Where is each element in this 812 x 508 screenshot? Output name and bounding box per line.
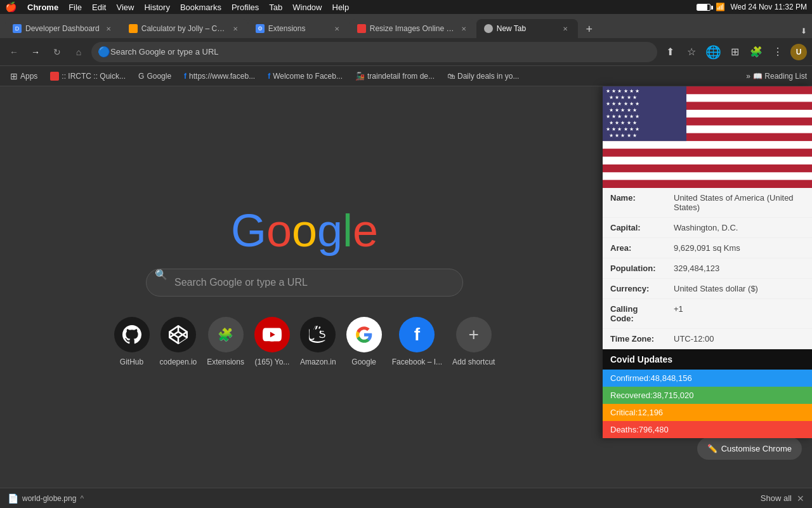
menu-item-view[interactable]: View <box>116 3 134 12</box>
country-name-row: Name: United States of America (United S… <box>603 188 812 218</box>
codepen-label: codepen.io <box>160 358 197 366</box>
bookmark-facebook1-label: https://www.faceb... <box>189 72 255 81</box>
timezone-value: UTC-12:00 <box>666 329 812 349</box>
extensions-puzzle-icon[interactable]: 🧩 <box>747 43 765 61</box>
shortcut-amazon[interactable]: Amazon.in <box>300 317 336 366</box>
tab-calculator[interactable]: Calculator by Jolly – Chrome W... ✕ <box>121 19 248 38</box>
download-chevron[interactable]: ^ <box>80 494 84 503</box>
bookmark-deals-label: Daily deals in yo... <box>457 72 519 81</box>
download-item: 📄 world-globe.png ^ <box>8 493 84 504</box>
menu-item-history[interactable]: History <box>144 3 169 12</box>
youtube-icon <box>254 317 290 352</box>
amazon-icon <box>300 317 336 352</box>
apps-icon: ⊞ <box>10 71 18 81</box>
reading-list-btn[interactable]: 📖 Reading List <box>753 72 807 81</box>
facebook2-favicon: f <box>268 72 270 81</box>
bookmark-facebook1[interactable]: f https://www.faceb... <box>179 70 260 82</box>
menu-item-help[interactable]: Help <box>332 3 350 12</box>
home-button[interactable]: ⌂ <box>70 43 88 61</box>
bookmark-star-button[interactable]: ☆ <box>683 43 700 61</box>
country-flag: ★ ★ ★ ★ ★ ★ ★ ★ ★ ★ ★ ★ ★ ★ ★ ★ ★ ★ ★ ★ … <box>603 86 812 188</box>
menu-item-tab[interactable]: Tab <box>269 3 282 12</box>
facebook1-favicon: f <box>184 72 187 81</box>
tab-close-dev[interactable]: ✕ <box>103 23 114 34</box>
tab-extensions[interactable]: ⚙ Extensions ✕ <box>248 19 350 38</box>
bookmark-facebook2[interactable]: f Welcome to Faceb... <box>263 70 348 82</box>
show-all-button[interactable]: Show all <box>761 493 792 503</box>
tab-favicon-newtab <box>484 24 493 33</box>
menu-item-profiles[interactable]: Profiles <box>232 3 259 12</box>
calling-code-row: CallingCode: +1 <box>603 299 812 329</box>
share-button[interactable]: ⬆ <box>661 43 679 61</box>
covid-critical-bar: Critical:12,196 <box>603 404 812 421</box>
bookmark-irctc[interactable]: :: IRCTC :: Quick... <box>45 70 131 82</box>
customise-chrome-button[interactable]: ✏️ Customise Chrome <box>697 438 802 460</box>
shortcut-codepen[interactable]: codepen.io <box>160 317 197 366</box>
address-value: Search Google or type a URL <box>110 47 219 57</box>
bookmark-facebook2-label: Welcome to Faceb... <box>273 72 343 81</box>
wifi-icon: 📶 <box>716 3 725 11</box>
covid-deaths-bar: Deaths:796,480 <box>603 421 812 438</box>
forward-button[interactable]: → <box>27 43 44 61</box>
more-options-button[interactable]: ⋮ <box>769 43 787 61</box>
shortcut-add[interactable]: + Add shortcut <box>452 317 495 366</box>
bookmark-google[interactable]: G Google <box>133 70 176 82</box>
download-filename: world-globe.png <box>22 494 76 503</box>
calling-code-label: CallingCode: <box>603 299 666 329</box>
add-shortcut-icon: + <box>456 317 492 352</box>
tab-new-tab[interactable]: New Tab ✕ <box>476 19 578 38</box>
menu-item-file[interactable]: File <box>69 3 82 12</box>
menu-item-edit[interactable]: Edit <box>92 3 106 12</box>
logo-e: e <box>353 205 378 256</box>
menu-item-bookmarks[interactable]: Bookmarks <box>180 3 221 12</box>
account-circle[interactable]: 🌐 <box>704 43 722 61</box>
refresh-button[interactable]: ↻ <box>48 43 66 61</box>
tab-title-dev: Developer Dashboard <box>25 24 100 33</box>
tab-close-newtab[interactable]: ✕ <box>560 23 570 34</box>
bookmarks-overflow-btn[interactable]: » <box>746 72 750 81</box>
google-shortcut-icon <box>346 317 382 352</box>
capital-row: Capital: Washington, D.C. <box>603 218 812 238</box>
tab-resize[interactable]: Resize Images Online – Reduc... ✕ <box>350 19 476 38</box>
new-tab-button[interactable]: + <box>580 20 598 38</box>
search-bar[interactable]: Search Google or type a URL <box>146 269 463 297</box>
apple-icon[interactable]: 🍎 <box>5 1 17 13</box>
tab-list-icon[interactable]: ⬇ <box>801 27 807 36</box>
svg-rect-11 <box>603 172 812 180</box>
shortcut-youtube[interactable]: (165) Yo... <box>254 317 290 366</box>
tab-close-ext[interactable]: ✕ <box>332 23 342 34</box>
tab-developer-dashboard[interactable]: D Developer Dashboard ✕ <box>5 19 121 38</box>
facebook-shortcut-label: Facebook – I... <box>392 358 442 366</box>
bookmark-traindetail[interactable]: 🚂 traindetail from de... <box>350 70 440 82</box>
tab-favicon-ext: ⚙ <box>256 24 265 33</box>
name-label: Name: <box>603 188 666 218</box>
profile-avatar[interactable]: U <box>790 44 807 60</box>
address-input[interactable]: Search Google or type a URL <box>91 42 657 62</box>
github-icon <box>114 317 150 352</box>
browser-actions-button[interactable]: ⊞ <box>726 43 743 61</box>
battery-icon <box>697 4 710 11</box>
close-downloads-button[interactable]: ✕ <box>797 493 804 504</box>
google-search-area: Google 🔍 Search Google or type a URL Git… <box>114 208 495 366</box>
shortcuts-grid: GitHub codepen.io 🧩 Extensions <box>114 317 495 366</box>
area-label: Area: <box>603 238 666 258</box>
back-button[interactable]: ← <box>5 43 23 61</box>
bookmark-deals[interactable]: 🛍 Daily deals in yo... <box>442 70 524 82</box>
shortcut-google[interactable]: Google <box>346 317 382 366</box>
bookmark-apps-label: Apps <box>20 72 37 81</box>
shortcut-extensions[interactable]: 🧩 Extensions <box>207 317 244 366</box>
menu-item-window[interactable]: Window <box>292 3 322 12</box>
population-label: Population: <box>603 258 666 279</box>
tab-close-resize[interactable]: ✕ <box>459 23 469 34</box>
tab-title-newtab: New Tab <box>497 24 556 33</box>
currency-value: United States dollar ($) <box>666 279 812 299</box>
logo-g: G <box>231 205 266 256</box>
shortcut-github[interactable]: GitHub <box>114 317 150 366</box>
logo-g2: g <box>317 205 343 256</box>
bookmark-irctc-label: :: IRCTC :: Quick... <box>62 72 126 81</box>
add-shortcut-label: Add shortcut <box>452 358 495 366</box>
tab-close-calc[interactable]: ✕ <box>230 23 240 34</box>
shortcut-facebook[interactable]: f Facebook – I... <box>392 317 442 366</box>
menu-item-chrome[interactable]: Chrome <box>27 3 58 12</box>
bookmark-apps[interactable]: ⊞ Apps <box>5 70 43 83</box>
